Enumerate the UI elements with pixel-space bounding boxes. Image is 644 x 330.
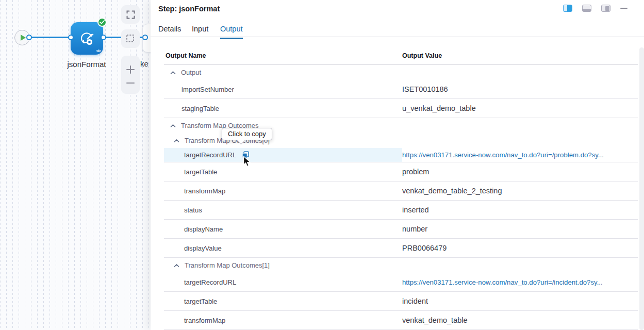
output-value-text: PRB0066479: [402, 244, 447, 252]
output-value-cell: problem: [402, 162, 638, 181]
output-name-label: targetRecordURL: [184, 278, 236, 286]
output-value-text: incident: [402, 297, 428, 305]
output-value-cell: inserted: [402, 201, 638, 219]
step-node-label: jsonFormat: [61, 60, 112, 69]
play-icon: [21, 35, 26, 41]
fullscreen-icon: [126, 10, 135, 19]
output-table-body: OutputimportSetNumberISET0010186stagingT…: [164, 65, 638, 330]
tab-bar: Details Input Output: [151, 0, 644, 37]
output-name-label: importSetNumber: [181, 86, 234, 93]
table-row: targetTableproblem: [164, 162, 638, 182]
tab-details[interactable]: Details: [158, 25, 181, 38]
table-row: targetTableincident: [164, 292, 638, 311]
output-name-label: targetTable: [184, 298, 217, 305]
section-row: Output: [164, 65, 638, 80]
column-header-output-value: Output Value: [402, 52, 442, 59]
output-name-cell[interactable]: displayValue: [164, 239, 402, 257]
output-value-link[interactable]: https://ven03171.service-now.com/nav_to.…: [402, 278, 603, 286]
table-row: importSetNumberISET0010186: [164, 80, 638, 99]
next-step-input-port[interactable]: [142, 35, 148, 40]
chevron-up-icon[interactable]: [174, 263, 179, 268]
table-row: transformMapvenkat_demo_table_2_testing: [164, 182, 638, 201]
zoom-controls: [121, 56, 140, 94]
output-name-cell[interactable]: targetRecordURL: [164, 148, 402, 162]
output-name-label: stagingTable: [181, 105, 219, 112]
scrollbar[interactable]: [639, 47, 644, 330]
output-name-cell[interactable]: transformMap: [164, 311, 402, 329]
tab-input[interactable]: Input: [192, 25, 208, 38]
output-value-cell: PRB0066479: [402, 239, 638, 257]
output-value-cell: venkat_demo_table: [402, 311, 638, 329]
output-name-label: displayValue: [184, 244, 222, 252]
table-row: targetRecordURLhttps://ven03171.service-…: [164, 148, 638, 162]
output-name-cell[interactable]: targetTable: [164, 292, 402, 310]
output-value-text: venkat_demo_table: [402, 316, 468, 324]
transform-step-icon: [77, 29, 97, 48]
mouse-cursor: [243, 156, 252, 167]
app-window: </> jsonFormat ke: [0, 0, 644, 330]
step-output-port[interactable]: [101, 35, 106, 40]
table-header-row: Output Name Output Value: [164, 46, 638, 65]
output-value-text: inserted: [402, 206, 429, 214]
output-value-text: ISET0010186: [402, 85, 448, 93]
fullscreen-button[interactable]: [121, 5, 140, 24]
output-name-cell[interactable]: targetRecordURL: [164, 273, 402, 291]
start-output-port[interactable]: [26, 35, 32, 40]
output-value-cell: number: [402, 220, 638, 238]
output-name-cell[interactable]: transformMap: [164, 182, 402, 200]
output-name-label: targetRecordURL: [184, 151, 236, 159]
output-name-cell[interactable]: stagingTable: [164, 99, 402, 118]
output-value-cell: https://ven03171.service-now.com/nav_to.…: [402, 148, 638, 162]
chevron-up-icon[interactable]: [170, 71, 176, 75]
chevron-up-icon[interactable]: [174, 139, 179, 143]
tooltip: Click to copy: [222, 128, 272, 140]
tooltip-text: Click to copy: [228, 130, 266, 138]
output-value-text: problem: [402, 168, 429, 176]
zoom-in-icon[interactable]: [126, 65, 135, 74]
table-row: statusinserted: [164, 201, 638, 220]
table-row: transformMapvenkat_demo_table: [164, 311, 638, 330]
section-label: Transform Map Outcomes[1]: [185, 261, 270, 269]
output-value-text: number: [402, 225, 427, 233]
output-name-cell[interactable]: status: [164, 201, 402, 219]
step-detail-panel: Step: jsonFormat Details Input Output Ou…: [151, 0, 644, 330]
selection-box-icon: [126, 34, 135, 43]
code-badge-icon: </>: [96, 48, 101, 53]
output-value-cell: ISET0010186: [402, 80, 638, 98]
column-header-output-name: Output Name: [164, 52, 402, 59]
output-name-label: targetTable: [184, 168, 217, 176]
output-value-cell: venkat_demo_table_2_testing: [402, 182, 638, 200]
next-step-label: ke: [140, 59, 148, 68]
output-table: Output Name Output Value OutputimportSet…: [164, 46, 638, 330]
table-row: displayValuePRB0066479: [164, 239, 638, 258]
tab-output[interactable]: Output: [220, 25, 243, 39]
chevron-up-icon[interactable]: [170, 124, 176, 128]
output-name-label: transformMap: [184, 317, 225, 324]
section-label: Output: [181, 69, 201, 76]
output-value-cell: https://ven03171.service-now.com/nav_to.…: [402, 273, 638, 291]
step-input-port[interactable]: [68, 35, 74, 40]
table-row: displayNamenumber: [164, 220, 638, 239]
flow-canvas[interactable]: </> jsonFormat ke: [0, 0, 155, 330]
output-value-text: venkat_demo_table_2_testing: [402, 187, 502, 195]
output-name-cell[interactable]: importSetNumber: [164, 80, 402, 98]
output-value-cell: incident: [402, 292, 638, 310]
output-value-cell: u_venkat_demo_table: [402, 99, 638, 118]
zoom-out-icon[interactable]: [126, 81, 135, 85]
output-value-text: u_venkat_demo_table: [402, 104, 476, 112]
output-name-cell[interactable]: displayName: [164, 220, 402, 238]
step-node-jsonformat[interactable]: </>: [71, 22, 103, 55]
output-name-label: status: [184, 206, 202, 214]
output-name-cell[interactable]: targetTable: [164, 162, 402, 181]
output-name-label: displayName: [184, 225, 223, 233]
select-region-button[interactable]: [121, 29, 140, 48]
table-row: stagingTableu_venkat_demo_table: [164, 99, 638, 118]
section-row: Transform Map Outcomes[1]: [164, 258, 638, 273]
output-name-label: transformMap: [184, 187, 225, 195]
success-check-icon: [97, 18, 107, 27]
table-row: targetRecordURLhttps://ven03171.service-…: [164, 273, 638, 292]
output-value-link[interactable]: https://ven03171.service-now.com/nav_to.…: [402, 151, 604, 159]
